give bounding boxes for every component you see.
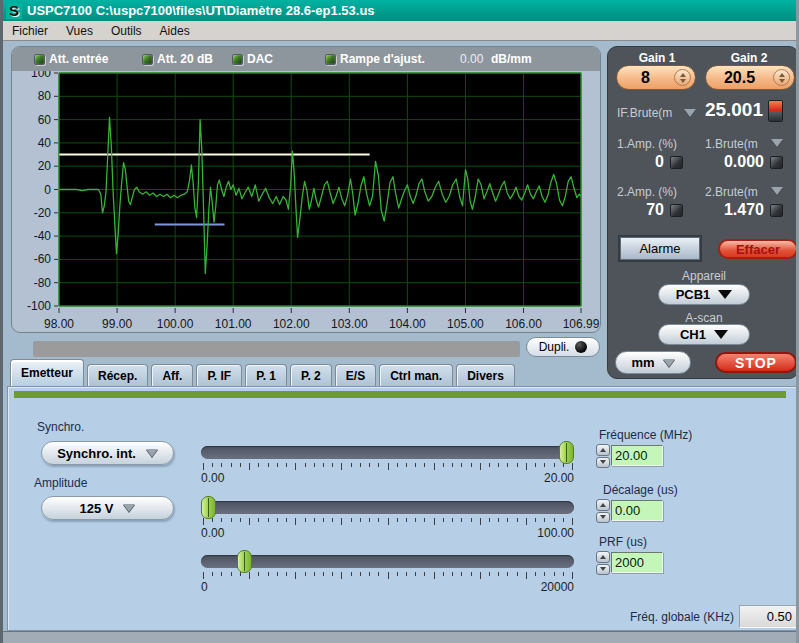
tab-p-1[interactable]: P. 1 [245,364,287,386]
synchro-dropdown[interactable]: Synchro. int. [41,441,174,465]
tab-aff[interactable]: Aff. [151,364,193,386]
spin-down-icon[interactable] [680,79,686,83]
tab-p-2[interactable]: P. 2 [290,364,332,386]
freq-globale-label: Fréq. globale (KHz) [606,610,734,624]
prf-slider-track[interactable] [201,555,574,568]
x-axis-tick-label: 102.00 [273,317,310,331]
amp2-value: 70 [616,201,664,219]
amplitude-label: Amplitude [34,476,87,490]
amp1-label: 1.Amp. (%) [617,137,677,151]
spin-up-icon[interactable] [779,73,785,77]
y-axis-tick-label: 40 [38,136,52,150]
slider-min-label: 0.00 [201,471,224,485]
amplitude-value: 125 V [80,501,114,516]
brute1-label: 1.Brute(m [705,137,758,151]
menu-item-outils[interactable]: Outils [102,22,151,40]
spin-up-icon[interactable] [680,73,686,77]
frequence-spin-buttons[interactable] [596,444,610,468]
prf-slider-thumb[interactable] [237,550,252,573]
brute2-led-indicator [770,204,783,217]
ramp-value: 0.00 [460,52,483,66]
appareil-label: Appareil [608,269,799,283]
slider-ticks [203,463,574,470]
tab-emetteur[interactable]: Emetteur [10,359,84,386]
menu-bar: FichierVuesOutilsAides [3,21,799,41]
dupli-toggle[interactable]: Dupli. [526,337,600,357]
menu-item-fichier[interactable]: Fichier [3,22,57,40]
indicator-led-4[interactable] [325,54,336,65]
indicator-led-2[interactable] [142,54,153,65]
prf-slider[interactable]: 020000 [201,554,574,588]
tab-e-s[interactable]: E/S [335,364,376,386]
gain2-spin-buttons[interactable] [773,69,790,86]
decalage-slider-thumb[interactable] [201,496,216,519]
ascan-channel-dropdown[interactable]: CH1 [658,324,750,345]
ramp-unit: dB/mm [491,52,532,66]
frequence-field-label: Fréquence (MHz) [599,428,692,442]
appareil-dropdown[interactable]: PCB1 [658,284,750,305]
x-axis-tick-label: 105.00 [447,317,484,331]
brute2-value: 1.470 [698,201,764,219]
brute2-dropdown-icon[interactable] [771,187,783,195]
synchro-value: Synchro. int. [57,446,136,461]
tab-p-if[interactable]: P. IF [196,364,242,386]
if-brute-label: IF.Brute(m [617,106,672,120]
amplitude-dropdown[interactable]: 125 V [41,496,174,520]
brute1-dropdown-icon[interactable] [771,139,783,147]
if-brute-value: 25.001 [668,99,763,121]
slider-max-label: 20000 [541,580,574,594]
y-axis-tick-label: 20 [38,159,52,173]
gain2-spinner[interactable]: 20.5 [705,65,795,90]
amp1-led-indicator [670,156,683,169]
y-axis-tick-label: -40 [34,229,52,243]
if-brute-led-indicator [768,100,783,122]
chevron-down-icon [146,449,158,457]
slider-min-label: 0 [201,580,208,594]
alarme-button[interactable]: Alarme [620,237,700,260]
indicator-label: Rampe d'ajust. [340,52,425,66]
tab-r-cep[interactable]: Récep. [87,364,148,386]
spin-down-icon[interactable] [779,79,785,83]
freq-globale-field [739,605,798,628]
indicator-led-1[interactable] [34,54,45,65]
indicator-label: Att. entrée [49,52,108,66]
prf-spin-buttons[interactable] [596,551,610,575]
frequence-slider-thumb[interactable] [559,441,574,464]
dupli-led-icon [575,341,587,353]
gain1-spinner[interactable]: 8 [616,65,696,90]
gain1-value[interactable]: 8 [617,69,674,87]
amp2-label: 2.Amp. (%) [617,185,677,199]
frequence-input[interactable] [611,445,663,466]
decalage-slider-track[interactable] [201,501,574,514]
y-axis-tick-label: 60 [38,113,52,127]
y-axis-tick-label: -20 [34,206,52,220]
menu-item-vues[interactable]: Vues [57,22,102,40]
decalage-field-label: Décalage (us) [603,483,678,497]
scan-indicator-row: Att. entréeAtt. 20 dBDACRampe d'ajust.0.… [12,47,600,71]
a-scan-panel: Att. entréeAtt. 20 dBDACRampe d'ajust.0.… [11,46,601,333]
decalage-spin-buttons[interactable] [596,499,610,523]
y-axis-tick-label: 0 [44,183,51,197]
decalage-input[interactable] [611,500,663,521]
gain1-spin-buttons[interactable] [674,69,691,86]
decalage-slider[interactable]: 0.00100.00 [201,500,574,534]
x-axis-tick-label: 98.00 [44,317,74,331]
indicator-label: DAC [247,52,273,66]
ascan-label: A-scan [608,311,799,325]
tab-divers[interactable]: Divers [456,364,515,386]
indicator-led-3[interactable] [232,54,243,65]
dupli-label: Dupli. [539,340,570,354]
prf-input[interactable] [611,552,663,573]
gain2-label: Gain 2 [705,51,793,65]
slider-ticks [203,572,574,579]
settings-tabbar: EmetteurRécep.Aff.P. IFP. 1P. 2E/SCtrl m… [10,359,790,386]
tab-ctrl-man[interactable]: Ctrl man. [379,364,453,386]
x-axis-tick-label: 106.00 [505,317,542,331]
frequence-slider-track[interactable] [201,446,574,459]
frequence-slider[interactable]: 0.0020.00 [201,445,574,479]
a-scan-plot[interactable]: 100806040200-20-40-60-80-10098.0099.0010… [12,71,600,332]
effacer-button[interactable]: Effacer [718,239,798,259]
gain1-label: Gain 1 [616,51,698,65]
menu-item-aides[interactable]: Aides [151,22,199,40]
gain2-value[interactable]: 20.5 [706,69,773,87]
